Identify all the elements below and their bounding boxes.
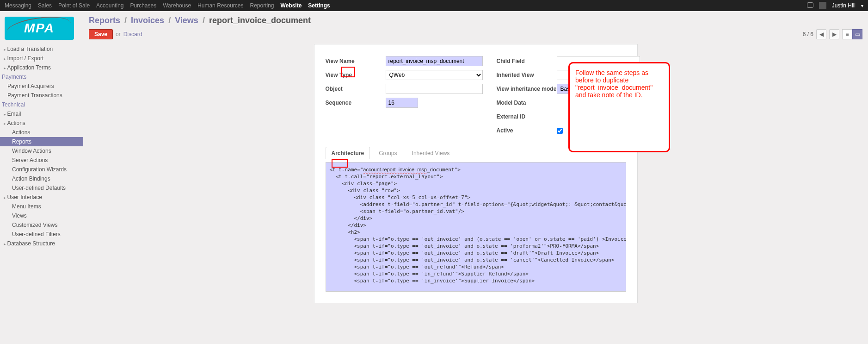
nav-item-accounting[interactable]: Accounting: [96, 2, 123, 9]
sidebar-item-actions[interactable]: Actions: [0, 128, 83, 137]
pager-prev-button[interactable]: ◀: [816, 29, 826, 39]
view-form-button[interactable]: ▭: [852, 29, 862, 39]
nav-item-point-of-sale[interactable]: Point of Sale: [58, 2, 90, 9]
sidebar-technical-header[interactable]: Technical: [0, 100, 83, 109]
nav-item-warehouse[interactable]: Warehouse: [163, 2, 191, 9]
label-inherited-view: Inherited View: [497, 72, 557, 78]
label-active: Active: [497, 127, 557, 134]
label-view-name: View Name: [326, 58, 386, 64]
sidebar-item-user-interface[interactable]: User Interface: [0, 193, 83, 202]
sidebar-item-customized-views[interactable]: Customized Views: [0, 220, 83, 230]
sidebar-item-user-defined-filters[interactable]: User-defined Filters: [0, 230, 83, 239]
avatar[interactable]: [819, 2, 826, 9]
sidebar-item-server-actions[interactable]: Server Actions: [0, 156, 83, 165]
logo[interactable]: MPA: [0, 14, 83, 44]
sidebar-item-menu-items[interactable]: Menu Items: [0, 202, 83, 211]
sidebar: MPA Load a TranslationImport / ExportApp…: [0, 11, 83, 344]
breadcrumb: Reports / Invoices / Views / report_invo…: [83, 11, 868, 27]
code-editor[interactable]: <t t-name="account.report_invoice_msp_do…: [326, 162, 626, 292]
sidebar-item-actions[interactable]: Actions: [0, 119, 83, 128]
sidebar-item-action-bindings[interactable]: Action Bindings: [0, 174, 83, 183]
select-view-type[interactable]: QWeb: [386, 70, 483, 80]
user-menu[interactable]: Justin Hill: [832, 2, 856, 9]
sidebar-item-payment-acquirers[interactable]: Payment Acquirers: [0, 81, 83, 91]
sidebar-item-reports[interactable]: Reports: [0, 137, 83, 146]
pager-text: 6 / 6: [803, 31, 813, 38]
sidebar-item-database-structure[interactable]: Database Structure: [0, 239, 83, 248]
nav-item-sales[interactable]: Sales: [38, 2, 52, 9]
discard-link[interactable]: Discard: [123, 31, 142, 38]
sidebar-item-load-a-translation[interactable]: Load a Translation: [0, 44, 83, 54]
sidebar-item-import-export[interactable]: Import / Export: [0, 54, 83, 63]
sidebar-payments-header[interactable]: Payments: [0, 72, 83, 81]
label-object: Object: [326, 86, 386, 92]
input-view-name[interactable]: [386, 56, 483, 66]
chat-icon[interactable]: [807, 2, 813, 9]
nav-item-reporting[interactable]: Reporting: [250, 2, 274, 9]
nav-item-settings[interactable]: Settings: [308, 2, 330, 9]
chevron-down-icon[interactable]: ▾: [861, 3, 863, 8]
breadcrumb-current: report_invoice_document: [209, 16, 311, 25]
sidebar-item-application-terms[interactable]: Application Terms: [0, 63, 83, 72]
input-object[interactable]: [386, 84, 483, 94]
save-button[interactable]: Save: [89, 29, 113, 39]
nav-item-messaging[interactable]: Messaging: [5, 2, 31, 9]
checkbox-active[interactable]: [557, 128, 563, 134]
label-sequence: Sequence: [326, 100, 386, 106]
breadcrumb-views[interactable]: Views: [175, 16, 198, 25]
label-child-field: Child Field: [497, 58, 557, 64]
sidebar-item-views[interactable]: Views: [0, 211, 83, 220]
top-navbar: MessagingSalesPoint of SaleAccountingPur…: [0, 0, 868, 11]
nav-item-human-resources[interactable]: Human Resources: [197, 2, 243, 9]
tab-groups[interactable]: Groups: [373, 147, 403, 159]
breadcrumb-reports[interactable]: Reports: [89, 16, 120, 25]
sidebar-item-configuration-wizards[interactable]: Configuration Wizards: [0, 165, 83, 174]
tab-architecture[interactable]: Architecture: [326, 147, 370, 159]
nav-item-website[interactable]: Website: [281, 2, 302, 9]
label-model-data: Model Data: [497, 100, 557, 106]
input-sequence[interactable]: [386, 98, 418, 108]
tab-inherited-views[interactable]: Inherited Views: [406, 147, 456, 159]
label-inheritance-mode: View inheritance mode: [497, 86, 557, 92]
sidebar-item-email[interactable]: Email: [0, 109, 83, 119]
label-view-type: View Type: [326, 72, 386, 78]
pager-next-button[interactable]: ▶: [829, 29, 839, 39]
instruction-callout: Follow the same steps as before to dupli…: [568, 62, 670, 152]
sidebar-item-payment-transactions[interactable]: Payment Transactions: [0, 91, 83, 100]
nav-item-purchases[interactable]: Purchases: [130, 2, 156, 9]
label-external-id: External ID: [497, 113, 557, 120]
sidebar-item-window-actions[interactable]: Window Actions: [0, 146, 83, 156]
breadcrumb-invoices[interactable]: Invoices: [131, 16, 164, 25]
or-text: or: [116, 31, 121, 38]
view-list-button[interactable]: ≡: [842, 29, 852, 39]
sidebar-item-user-defined-defaults[interactable]: User-defined Defaults: [0, 183, 83, 193]
